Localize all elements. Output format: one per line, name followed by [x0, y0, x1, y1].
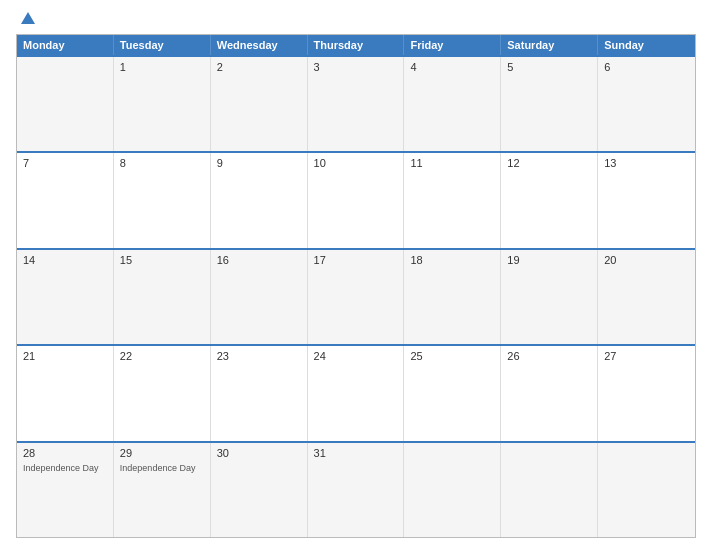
holiday-label: Independence Day [23, 463, 107, 474]
day-number: 31 [314, 447, 398, 459]
day-number: 7 [23, 157, 107, 169]
calendar-cell: 20 [598, 250, 695, 344]
calendar-cell: 27 [598, 346, 695, 440]
day-number: 25 [410, 350, 494, 362]
calendar-cell: 2 [211, 57, 308, 151]
day-number: 17 [314, 254, 398, 266]
day-number: 20 [604, 254, 689, 266]
calendar-cell: 17 [308, 250, 405, 344]
calendar-cell [17, 57, 114, 151]
day-header-friday: Friday [404, 35, 501, 55]
day-number: 21 [23, 350, 107, 362]
calendar-cell: 23 [211, 346, 308, 440]
day-number: 23 [217, 350, 301, 362]
calendar-cell: 30 [211, 443, 308, 537]
calendar-cell: 22 [114, 346, 211, 440]
calendar-cell: 28Independence Day [17, 443, 114, 537]
calendar-cell: 29Independence Day [114, 443, 211, 537]
day-number: 6 [604, 61, 689, 73]
calendar-body: 1234567891011121314151617181920212223242… [17, 55, 695, 537]
calendar-page: MondayTuesdayWednesdayThursdayFridaySatu… [0, 0, 712, 550]
day-header-thursday: Thursday [308, 35, 405, 55]
day-number: 28 [23, 447, 107, 459]
calendar-cell: 21 [17, 346, 114, 440]
day-header-saturday: Saturday [501, 35, 598, 55]
day-number: 24 [314, 350, 398, 362]
day-header-tuesday: Tuesday [114, 35, 211, 55]
calendar-cell: 4 [404, 57, 501, 151]
calendar-week-3: 14151617181920 [17, 248, 695, 344]
day-number: 14 [23, 254, 107, 266]
calendar-header: MondayTuesdayWednesdayThursdayFridaySatu… [17, 35, 695, 55]
calendar-cell: 16 [211, 250, 308, 344]
calendar-cell: 8 [114, 153, 211, 247]
day-header-sunday: Sunday [598, 35, 695, 55]
day-number: 12 [507, 157, 591, 169]
calendar-cell: 15 [114, 250, 211, 344]
day-number: 15 [120, 254, 204, 266]
calendar: MondayTuesdayWednesdayThursdayFridaySatu… [16, 34, 696, 538]
calendar-cell: 31 [308, 443, 405, 537]
calendar-week-5: 28Independence Day29Independence Day3031 [17, 441, 695, 537]
calendar-cell: 24 [308, 346, 405, 440]
calendar-cell [598, 443, 695, 537]
calendar-cell: 9 [211, 153, 308, 247]
calendar-cell: 14 [17, 250, 114, 344]
day-number: 18 [410, 254, 494, 266]
holiday-label: Independence Day [120, 463, 204, 474]
day-number: 26 [507, 350, 591, 362]
calendar-cell [501, 443, 598, 537]
day-number: 4 [410, 61, 494, 73]
calendar-cell: 25 [404, 346, 501, 440]
calendar-cell: 7 [17, 153, 114, 247]
calendar-cell: 13 [598, 153, 695, 247]
day-number: 10 [314, 157, 398, 169]
day-number: 13 [604, 157, 689, 169]
calendar-week-1: 123456 [17, 55, 695, 151]
calendar-cell: 12 [501, 153, 598, 247]
day-number: 3 [314, 61, 398, 73]
day-number: 5 [507, 61, 591, 73]
day-header-wednesday: Wednesday [211, 35, 308, 55]
day-number: 19 [507, 254, 591, 266]
day-number: 16 [217, 254, 301, 266]
calendar-week-4: 21222324252627 [17, 344, 695, 440]
calendar-cell: 5 [501, 57, 598, 151]
day-number: 30 [217, 447, 301, 459]
calendar-cell: 1 [114, 57, 211, 151]
day-number: 22 [120, 350, 204, 362]
page-header [16, 12, 696, 26]
calendar-cell: 18 [404, 250, 501, 344]
day-header-monday: Monday [17, 35, 114, 55]
calendar-cell: 10 [308, 153, 405, 247]
day-number: 29 [120, 447, 204, 459]
calendar-cell: 3 [308, 57, 405, 151]
day-number: 27 [604, 350, 689, 362]
calendar-cell: 11 [404, 153, 501, 247]
day-number: 8 [120, 157, 204, 169]
calendar-cell [404, 443, 501, 537]
day-number: 2 [217, 61, 301, 73]
calendar-cell: 6 [598, 57, 695, 151]
day-number: 9 [217, 157, 301, 169]
logo [16, 12, 35, 26]
calendar-week-2: 78910111213 [17, 151, 695, 247]
calendar-cell: 26 [501, 346, 598, 440]
logo-triangle-icon [21, 12, 35, 24]
day-number: 11 [410, 157, 494, 169]
day-number: 1 [120, 61, 204, 73]
calendar-cell: 19 [501, 250, 598, 344]
